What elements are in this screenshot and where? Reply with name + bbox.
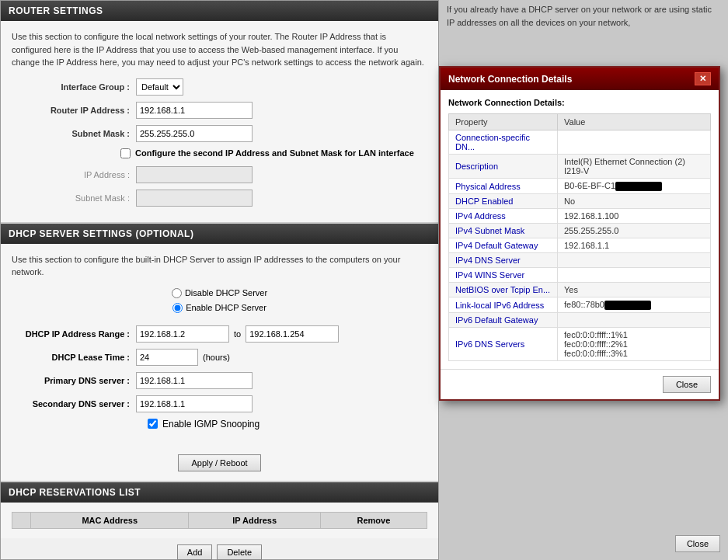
property-cell: IPv6 Default Gateway bbox=[449, 313, 558, 328]
bottom-close-button[interactable]: Close bbox=[675, 535, 720, 552]
table-row: DescriptionIntel(R) Ethernet Connection … bbox=[449, 155, 711, 179]
dialog-title: Network Connection Details bbox=[448, 74, 572, 85]
second-ip-label: Configure the second IP Address and Subn… bbox=[135, 148, 414, 158]
value-cell: B0-6E-BF-C1█████████ bbox=[558, 179, 711, 194]
primary-dns-input[interactable] bbox=[136, 372, 253, 389]
apply-reboot-button[interactable]: Apply / Reboot bbox=[178, 454, 260, 471]
subnet-mask2-label: Subnet Mask : bbox=[12, 193, 136, 203]
value-cell: 192.168.1.100 bbox=[558, 209, 711, 224]
interface-group-label: Interface Group : bbox=[12, 82, 136, 92]
dialog-title-close-button[interactable]: ✕ bbox=[695, 72, 711, 85]
dhcp-section: DHCP SERVER SETTINGS (OPTIONAL) Use this… bbox=[1, 222, 438, 481]
interface-group-row: Interface Group : Default bbox=[12, 78, 427, 96]
bottom-buttons-row: Add Delete bbox=[1, 538, 438, 561]
router-settings-panel: ROUTER SETTINGS Use this section to conf… bbox=[0, 0, 439, 560]
property-cell: IPv4 Default Gateway bbox=[449, 238, 558, 253]
dhcp-title: DHCP SERVER SETTINGS (OPTIONAL) bbox=[9, 228, 193, 239]
right-panel-text: If you already have a DHCP server on you… bbox=[439, 0, 728, 37]
add-button[interactable]: Add bbox=[177, 544, 213, 560]
subnet-mask-input[interactable] bbox=[136, 125, 253, 142]
table-row: IPv4 Subnet Mask255.255.255.0 bbox=[449, 224, 711, 238]
property-cell: IPv4 Address bbox=[449, 209, 558, 224]
reservations-title: DHCP RESERVATIONS LIST bbox=[9, 487, 141, 498]
dhcp-range-row: DHCP IP Address Range : to bbox=[12, 325, 427, 343]
router-ip-row: Router IP Address : bbox=[12, 102, 427, 119]
value-cell: fec0:0:0:ffff::1%1fec0:0:0:ffff::2%1fec0… bbox=[558, 328, 711, 361]
enable-dhcp-label: Enable DHCP Server bbox=[186, 303, 266, 312]
apply-row: Apply / Reboot bbox=[1, 445, 438, 481]
router-ip-label: Router IP Address : bbox=[12, 106, 136, 115]
table-row: IPv4 DNS Server bbox=[449, 253, 711, 268]
details-table: Property Value Connection-specific DN...… bbox=[448, 113, 711, 361]
lease-time-label: DHCP Lease Time : bbox=[12, 353, 136, 362]
subnet-mask2-row: Subnet Mask : bbox=[12, 190, 427, 207]
interface-group-select[interactable]: Default bbox=[136, 78, 183, 96]
secondary-dns-input[interactable] bbox=[136, 395, 253, 412]
dhcp-range-from-input[interactable] bbox=[136, 325, 229, 343]
dialog-body: Network Connection Details: Property Val… bbox=[441, 90, 719, 369]
delete-button[interactable]: Delete bbox=[217, 544, 262, 560]
dhcp-radio-group: Disable DHCP Server Enable DHCP Server bbox=[12, 288, 427, 318]
second-ip-checkbox[interactable] bbox=[120, 148, 131, 158]
enable-dhcp-radio[interactable] bbox=[172, 303, 183, 313]
value-cell: Intel(R) Ethernet Connection (2) I219-V bbox=[558, 155, 711, 179]
value-cell bbox=[558, 313, 711, 328]
ip-address-input bbox=[136, 166, 253, 183]
disable-dhcp-row: Disable DHCP Server bbox=[172, 288, 267, 298]
dhcp-range-label: DHCP IP Address Range : bbox=[12, 329, 136, 339]
col-checkbox-header bbox=[12, 512, 31, 528]
property-cell: Description bbox=[449, 155, 558, 179]
lease-time-row: DHCP Lease Time : (hours) bbox=[12, 349, 427, 366]
ip-address-label: IP Address : bbox=[12, 170, 136, 179]
disable-dhcp-radio[interactable] bbox=[172, 288, 182, 298]
router-settings-title: ROUTER SETTINGS bbox=[9, 5, 103, 16]
dhcp-description: Use this section to configure the built-… bbox=[12, 253, 427, 279]
col-mac-header: MAC Address bbox=[31, 512, 189, 528]
table-row: IPv4 WINS Server bbox=[449, 268, 711, 283]
table-row: Connection-specific DN... bbox=[449, 130, 711, 155]
router-settings-description: Use this section to configure the local … bbox=[12, 30, 427, 69]
igmp-checkbox[interactable] bbox=[148, 419, 158, 429]
value-cell bbox=[558, 253, 711, 268]
property-cell: Physical Address bbox=[449, 179, 558, 194]
value-col-header: Value bbox=[558, 114, 711, 130]
property-cell: Link-local IPv6 Address bbox=[449, 297, 558, 313]
table-row: Link-local IPv6 Addressfe80::78b0███████… bbox=[449, 297, 711, 313]
primary-dns-label: Primary DNS server : bbox=[12, 376, 136, 385]
table-row: IPv6 DNS Serversfec0:0:0:ffff::1%1fec0:0… bbox=[449, 328, 711, 361]
reservations-body: MAC Address IP Address Remove bbox=[1, 503, 438, 538]
dialog-close-button[interactable]: Close bbox=[663, 376, 711, 393]
table-row: NetBIOS over Tcpip En...Yes bbox=[449, 283, 711, 297]
igmp-label: Enable IGMP Snooping bbox=[162, 419, 260, 430]
hours-text: (hours) bbox=[203, 353, 230, 362]
subnet-mask-label: Subnet Mask : bbox=[12, 129, 136, 138]
dialog-subtitle: Network Connection Details: bbox=[448, 98, 711, 107]
value-cell: Yes bbox=[558, 283, 711, 297]
value-cell bbox=[558, 130, 711, 155]
router-settings-header: ROUTER SETTINGS bbox=[1, 1, 438, 21]
reservations-table: MAC Address IP Address Remove bbox=[12, 512, 427, 529]
subnet-mask2-input bbox=[136, 190, 253, 207]
table-row: DHCP EnabledNo bbox=[449, 194, 711, 209]
lease-time-input[interactable] bbox=[136, 349, 198, 366]
dhcp-range-to-input[interactable] bbox=[246, 325, 339, 343]
subnet-mask-row: Subnet Mask : bbox=[12, 125, 427, 142]
igmp-row: Enable IGMP Snooping bbox=[12, 419, 427, 430]
router-ip-input[interactable] bbox=[136, 102, 253, 119]
enable-dhcp-row: Enable DHCP Server bbox=[172, 303, 266, 313]
secondary-dns-label: Secondary DNS server : bbox=[12, 399, 136, 409]
bottom-close-area: Close bbox=[439, 527, 728, 560]
second-ip-checkbox-row: Configure the second IP Address and Subn… bbox=[12, 148, 427, 158]
table-row bbox=[12, 528, 427, 529]
table-row: IPv4 Address192.168.1.100 bbox=[449, 209, 711, 224]
secondary-dns-row: Secondary DNS server : bbox=[12, 395, 427, 412]
value-cell: fe80::78b0█████████ bbox=[558, 297, 711, 313]
property-col-header: Property bbox=[449, 114, 558, 130]
reservations-header: DHCP RESERVATIONS LIST bbox=[1, 482, 438, 503]
table-row: IPv4 Default Gateway192.168.1.1 bbox=[449, 238, 711, 253]
value-cell bbox=[558, 268, 711, 283]
col-ip-header: IP Address bbox=[189, 512, 320, 528]
network-details-dialog: Network Connection Details ✕ Network Con… bbox=[439, 66, 720, 401]
property-cell: IPv4 DNS Server bbox=[449, 253, 558, 268]
property-cell: DHCP Enabled bbox=[449, 194, 558, 209]
